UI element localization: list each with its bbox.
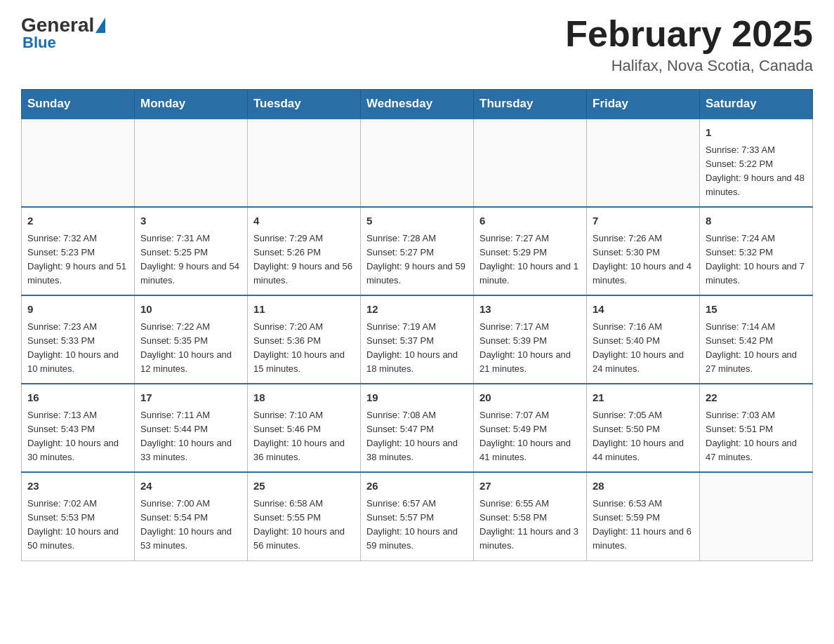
day-number: 9 xyxy=(27,302,128,318)
calendar-day-cell xyxy=(700,472,813,561)
calendar-week-row: 23Sunrise: 7:02 AM Sunset: 5:53 PM Dayli… xyxy=(22,472,813,561)
calendar-day-cell: 23Sunrise: 7:02 AM Sunset: 5:53 PM Dayli… xyxy=(22,472,135,561)
calendar-day-cell: 10Sunrise: 7:22 AM Sunset: 5:35 PM Dayli… xyxy=(135,295,248,384)
day-number: 5 xyxy=(366,213,468,229)
calendar-day-cell: 13Sunrise: 7:17 AM Sunset: 5:39 PM Dayli… xyxy=(474,295,587,384)
calendar-day-cell: 22Sunrise: 7:03 AM Sunset: 5:51 PM Dayli… xyxy=(700,384,813,472)
calendar-day-cell: 9Sunrise: 7:23 AM Sunset: 5:33 PM Daylig… xyxy=(22,295,135,384)
column-header-thursday: Thursday xyxy=(474,90,587,119)
location-subtitle: Halifax, Nova Scotia, Canada xyxy=(565,57,813,75)
calendar-day-cell: 2Sunrise: 7:32 AM Sunset: 5:23 PM Daylig… xyxy=(22,207,135,295)
day-info: Sunrise: 7:23 AM Sunset: 5:33 PM Dayligh… xyxy=(27,320,128,377)
logo-blue-text: Blue xyxy=(21,34,56,52)
calendar-day-cell: 19Sunrise: 7:08 AM Sunset: 5:47 PM Dayli… xyxy=(361,384,474,472)
day-info: Sunrise: 7:19 AM Sunset: 5:37 PM Dayligh… xyxy=(366,320,468,377)
calendar-week-row: 16Sunrise: 7:13 AM Sunset: 5:43 PM Dayli… xyxy=(22,384,813,472)
day-info: Sunrise: 7:31 AM Sunset: 5:25 PM Dayligh… xyxy=(140,232,241,288)
day-number: 24 xyxy=(140,478,241,495)
day-number: 18 xyxy=(253,390,355,406)
day-number: 8 xyxy=(706,213,807,229)
calendar-day-cell: 21Sunrise: 7:05 AM Sunset: 5:50 PM Dayli… xyxy=(587,384,700,472)
day-number: 3 xyxy=(140,213,241,229)
day-number: 6 xyxy=(479,213,581,229)
calendar-day-cell: 3Sunrise: 7:31 AM Sunset: 5:25 PM Daylig… xyxy=(135,207,248,295)
day-number: 17 xyxy=(140,390,241,406)
day-info: Sunrise: 7:13 AM Sunset: 5:43 PM Dayligh… xyxy=(27,408,128,465)
day-info: Sunrise: 7:07 AM Sunset: 5:49 PM Dayligh… xyxy=(479,408,581,465)
calendar-day-cell: 27Sunrise: 6:55 AM Sunset: 5:58 PM Dayli… xyxy=(474,472,587,561)
calendar-day-cell: 16Sunrise: 7:13 AM Sunset: 5:43 PM Dayli… xyxy=(22,384,135,472)
calendar-day-cell: 20Sunrise: 7:07 AM Sunset: 5:49 PM Dayli… xyxy=(474,384,587,472)
day-number: 2 xyxy=(27,213,128,229)
day-number: 27 xyxy=(479,478,581,495)
calendar-day-cell: 5Sunrise: 7:28 AM Sunset: 5:27 PM Daylig… xyxy=(361,207,474,295)
calendar-day-cell xyxy=(135,119,248,207)
day-number: 19 xyxy=(366,390,468,406)
day-number: 15 xyxy=(706,302,807,318)
calendar-day-cell: 12Sunrise: 7:19 AM Sunset: 5:37 PM Dayli… xyxy=(361,295,474,384)
day-info: Sunrise: 7:20 AM Sunset: 5:36 PM Dayligh… xyxy=(253,320,355,377)
day-number: 14 xyxy=(593,302,694,318)
calendar-day-cell: 11Sunrise: 7:20 AM Sunset: 5:36 PM Dayli… xyxy=(248,295,361,384)
day-number: 25 xyxy=(253,478,355,495)
day-number: 12 xyxy=(366,302,468,318)
calendar-day-cell: 8Sunrise: 7:24 AM Sunset: 5:32 PM Daylig… xyxy=(700,207,813,295)
column-header-friday: Friday xyxy=(587,90,700,119)
day-number: 7 xyxy=(593,213,694,229)
day-info: Sunrise: 6:53 AM Sunset: 5:59 PM Dayligh… xyxy=(593,497,694,554)
day-info: Sunrise: 7:26 AM Sunset: 5:30 PM Dayligh… xyxy=(593,232,694,288)
day-info: Sunrise: 7:16 AM Sunset: 5:40 PM Dayligh… xyxy=(593,320,694,377)
calendar-day-cell: 14Sunrise: 7:16 AM Sunset: 5:40 PM Dayli… xyxy=(587,295,700,384)
column-header-sunday: Sunday xyxy=(22,90,135,119)
day-number: 1 xyxy=(706,125,807,141)
day-info: Sunrise: 7:08 AM Sunset: 5:47 PM Dayligh… xyxy=(366,408,468,465)
day-number: 13 xyxy=(479,302,581,318)
logo: General Blue xyxy=(21,14,107,52)
day-info: Sunrise: 7:14 AM Sunset: 5:42 PM Dayligh… xyxy=(706,320,807,377)
day-info: Sunrise: 7:22 AM Sunset: 5:35 PM Dayligh… xyxy=(140,320,241,377)
day-number: 21 xyxy=(593,390,694,406)
day-info: Sunrise: 7:29 AM Sunset: 5:26 PM Dayligh… xyxy=(253,232,355,288)
day-info: Sunrise: 7:03 AM Sunset: 5:51 PM Dayligh… xyxy=(706,408,807,465)
calendar-day-cell: 24Sunrise: 7:00 AM Sunset: 5:54 PM Dayli… xyxy=(135,472,248,561)
page-header: General Blue February 2025 Halifax, Nova… xyxy=(21,14,813,75)
calendar-week-row: 9Sunrise: 7:23 AM Sunset: 5:33 PM Daylig… xyxy=(22,295,813,384)
calendar-day-cell: 18Sunrise: 7:10 AM Sunset: 5:46 PM Dayli… xyxy=(248,384,361,472)
day-info: Sunrise: 7:02 AM Sunset: 5:53 PM Dayligh… xyxy=(27,497,128,554)
column-header-saturday: Saturday xyxy=(700,90,813,119)
day-number: 11 xyxy=(253,302,355,318)
day-number: 10 xyxy=(140,302,241,318)
calendar-day-cell: 15Sunrise: 7:14 AM Sunset: 5:42 PM Dayli… xyxy=(700,295,813,384)
column-header-wednesday: Wednesday xyxy=(361,90,474,119)
calendar-header-row: SundayMondayTuesdayWednesdayThursdayFrid… xyxy=(22,90,813,119)
day-info: Sunrise: 6:58 AM Sunset: 5:55 PM Dayligh… xyxy=(253,497,355,554)
calendar-day-cell: 28Sunrise: 6:53 AM Sunset: 5:59 PM Dayli… xyxy=(587,472,700,561)
calendar-day-cell xyxy=(587,119,700,207)
calendar-day-cell: 26Sunrise: 6:57 AM Sunset: 5:57 PM Dayli… xyxy=(361,472,474,561)
calendar-day-cell: 6Sunrise: 7:27 AM Sunset: 5:29 PM Daylig… xyxy=(474,207,587,295)
day-info: Sunrise: 7:28 AM Sunset: 5:27 PM Dayligh… xyxy=(366,232,468,288)
calendar-day-cell: 25Sunrise: 6:58 AM Sunset: 5:55 PM Dayli… xyxy=(248,472,361,561)
day-info: Sunrise: 7:17 AM Sunset: 5:39 PM Dayligh… xyxy=(479,320,581,377)
day-info: Sunrise: 7:33 AM Sunset: 5:22 PM Dayligh… xyxy=(706,143,807,200)
day-number: 22 xyxy=(706,390,807,406)
calendar-week-row: 2Sunrise: 7:32 AM Sunset: 5:23 PM Daylig… xyxy=(22,207,813,295)
month-title: February 2025 xyxy=(565,14,813,54)
calendar-week-row: 1Sunrise: 7:33 AM Sunset: 5:22 PM Daylig… xyxy=(22,119,813,207)
day-info: Sunrise: 7:11 AM Sunset: 5:44 PM Dayligh… xyxy=(140,408,241,465)
day-info: Sunrise: 7:27 AM Sunset: 5:29 PM Dayligh… xyxy=(479,232,581,288)
calendar-day-cell xyxy=(22,119,135,207)
calendar-day-cell: 17Sunrise: 7:11 AM Sunset: 5:44 PM Dayli… xyxy=(135,384,248,472)
day-number: 16 xyxy=(27,390,128,406)
day-number: 4 xyxy=(253,213,355,229)
calendar-day-cell xyxy=(474,119,587,207)
column-header-monday: Monday xyxy=(135,90,248,119)
day-info: Sunrise: 7:10 AM Sunset: 5:46 PM Dayligh… xyxy=(253,408,355,465)
calendar-day-cell xyxy=(361,119,474,207)
day-number: 28 xyxy=(593,478,694,495)
column-header-tuesday: Tuesday xyxy=(248,90,361,119)
calendar-table: SundayMondayTuesdayWednesdayThursdayFrid… xyxy=(21,89,813,561)
day-number: 20 xyxy=(479,390,581,406)
day-number: 26 xyxy=(366,478,468,495)
day-info: Sunrise: 7:32 AM Sunset: 5:23 PM Dayligh… xyxy=(27,232,128,288)
